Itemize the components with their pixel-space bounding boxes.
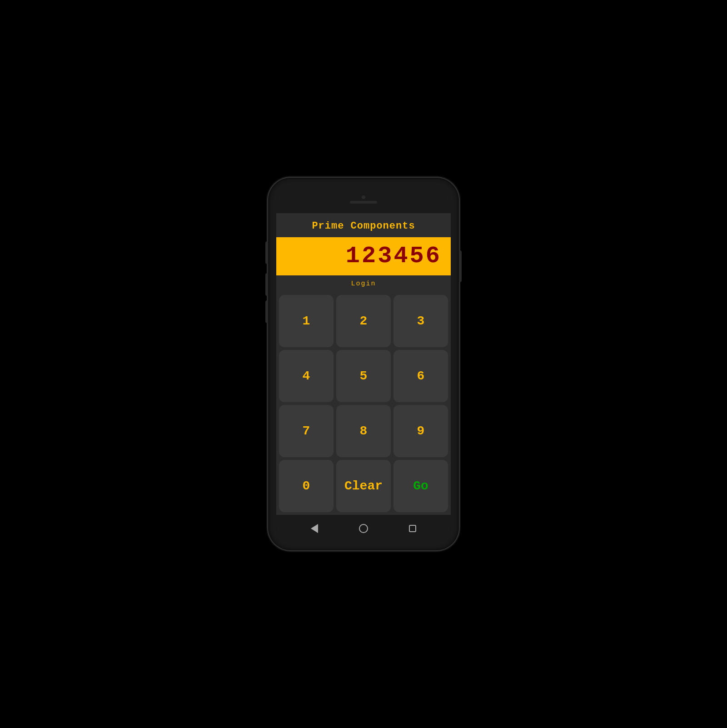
- key-3[interactable]: 3: [393, 295, 448, 347]
- key-clear[interactable]: Clear: [336, 460, 391, 512]
- key-go[interactable]: Go: [393, 460, 448, 512]
- camera-dot: [362, 195, 365, 199]
- key-0[interactable]: 0: [279, 460, 334, 512]
- key-7[interactable]: 7: [279, 405, 334, 457]
- phone-bottom-bar: [276, 515, 451, 542]
- phone-device: Prime Components 123456 Login 1 2 3 4 5 …: [268, 178, 459, 550]
- nav-home-icon: [359, 524, 368, 533]
- app-title: Prime Components: [276, 213, 451, 237]
- key-9[interactable]: 9: [393, 405, 448, 457]
- display-value: 123456: [285, 244, 442, 268]
- nav-back-button[interactable]: [309, 523, 320, 534]
- key-8[interactable]: 8: [336, 405, 391, 457]
- speaker-grille: [350, 201, 377, 204]
- nav-back-icon: [311, 524, 318, 533]
- app-screen: Prime Components 123456 Login 1 2 3 4 5 …: [276, 213, 451, 515]
- phone-top-bar: [276, 186, 451, 213]
- key-2[interactable]: 2: [336, 295, 391, 347]
- login-label: Login: [276, 275, 451, 292]
- display-area: 123456: [276, 237, 451, 275]
- nav-home-button[interactable]: [358, 523, 369, 534]
- nav-recents-icon: [409, 525, 416, 532]
- phone-screen: Prime Components 123456 Login 1 2 3 4 5 …: [276, 186, 451, 542]
- key-1[interactable]: 1: [279, 295, 334, 347]
- keypad: 1 2 3 4 5 6 7 8 9 0 Clear Go: [276, 292, 451, 515]
- key-6[interactable]: 6: [393, 350, 448, 402]
- key-4[interactable]: 4: [279, 350, 334, 402]
- key-5[interactable]: 5: [336, 350, 391, 402]
- nav-recents-button[interactable]: [407, 523, 418, 534]
